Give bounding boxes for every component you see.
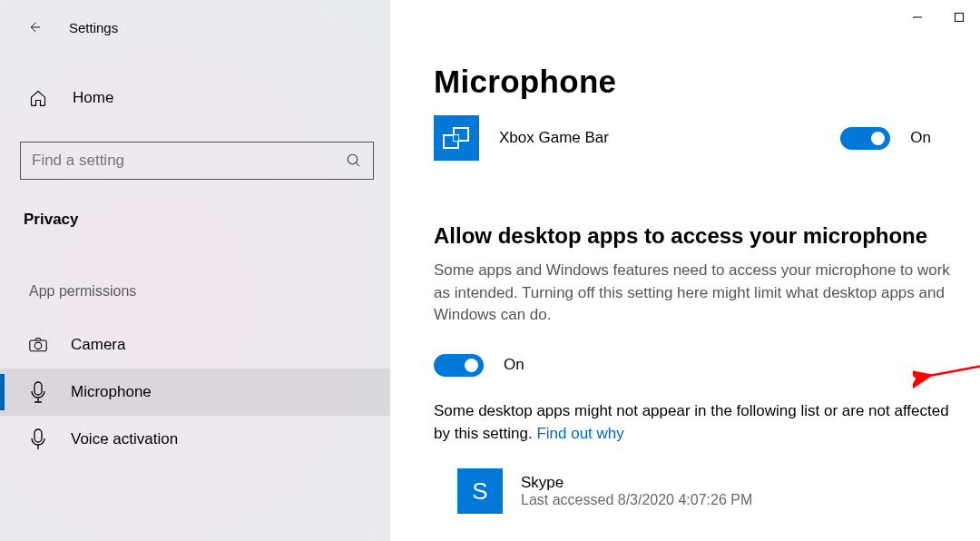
sidebar-item-microphone[interactable]: Microphone bbox=[0, 369, 390, 416]
desktop-app-meta: Skype Last accessed 8/3/2020 4:07:26 PM bbox=[521, 474, 752, 508]
sidebar-section-caption: App permissions bbox=[0, 283, 390, 300]
sidebar-item-label: Camera bbox=[71, 336, 125, 354]
sidebar-category-label: Privacy bbox=[0, 211, 390, 229]
xbox-game-bar-icon bbox=[441, 123, 472, 153]
sidebar-item-label: Voice activation bbox=[71, 430, 178, 448]
sidebar-item-label: Microphone bbox=[71, 383, 152, 401]
skype-tile: S bbox=[457, 468, 503, 514]
svg-rect-8 bbox=[454, 135, 458, 141]
toggle-state-label: On bbox=[910, 129, 931, 147]
toggle-xbox-game-bar[interactable] bbox=[840, 127, 890, 150]
search-icon bbox=[345, 152, 363, 170]
arrow-left-icon bbox=[26, 19, 43, 35]
svg-rect-5 bbox=[956, 14, 964, 22]
svg-rect-3 bbox=[34, 382, 42, 395]
page-title: Microphone bbox=[434, 64, 962, 100]
maximize-icon bbox=[954, 12, 965, 23]
search-row bbox=[20, 142, 374, 180]
home-icon bbox=[29, 89, 47, 107]
toggle-knob bbox=[465, 359, 478, 372]
desktop-app-name: Skype bbox=[521, 474, 752, 492]
window-controls bbox=[897, 4, 980, 31]
titlebar: Settings bbox=[0, 7, 390, 44]
minimize-icon bbox=[912, 12, 923, 23]
toggle-knob bbox=[871, 132, 885, 145]
toggle-allow-desktop-apps[interactable] bbox=[434, 354, 484, 377]
svg-point-2 bbox=[34, 342, 42, 349]
minimize-button[interactable] bbox=[897, 4, 938, 31]
main-panel: Microphone Xbox Game Bar On Allow deskto… bbox=[390, 0, 980, 541]
voice-icon bbox=[29, 430, 47, 448]
toggle-state-label: On bbox=[504, 356, 524, 374]
sidebar: Settings Home Privacy App permissions Ca… bbox=[0, 0, 390, 541]
app-title: Settings bbox=[69, 20, 118, 35]
sidebar-item-camera[interactable]: Camera bbox=[0, 321, 390, 369]
search-input[interactable] bbox=[20, 142, 374, 180]
home-label: Home bbox=[73, 89, 113, 107]
camera-icon bbox=[29, 336, 47, 354]
section-note: Some desktop apps might not appear in th… bbox=[434, 400, 960, 445]
desktop-app-row-skype: S Skype Last accessed 8/3/2020 4:07:26 P… bbox=[434, 468, 962, 514]
desktop-app-last-accessed: Last accessed 8/3/2020 4:07:26 PM bbox=[521, 492, 752, 508]
section-description: Some apps and Windows features need to a… bbox=[434, 260, 960, 327]
toggle-row-desktop-apps: On bbox=[434, 354, 962, 377]
maximize-button[interactable] bbox=[938, 4, 980, 31]
xbox-game-bar-tile bbox=[434, 115, 479, 161]
find-out-why-link[interactable]: Find out why bbox=[536, 425, 623, 442]
sidebar-item-voice-activation[interactable]: Voice activation bbox=[0, 416, 390, 463]
sidebar-item-home[interactable]: Home bbox=[0, 80, 390, 116]
section-heading: Allow desktop apps to access your microp… bbox=[434, 223, 962, 249]
note-text: Some desktop apps might not appear in th… bbox=[434, 402, 949, 442]
back-button[interactable] bbox=[25, 18, 44, 36]
microphone-icon bbox=[29, 383, 47, 401]
app-label: Xbox Game Bar bbox=[499, 129, 609, 147]
svg-point-0 bbox=[348, 154, 358, 164]
skype-icon: S bbox=[472, 477, 487, 506]
svg-rect-4 bbox=[34, 429, 42, 442]
app-row-xbox-game-bar: Xbox Game Bar On bbox=[434, 113, 962, 163]
